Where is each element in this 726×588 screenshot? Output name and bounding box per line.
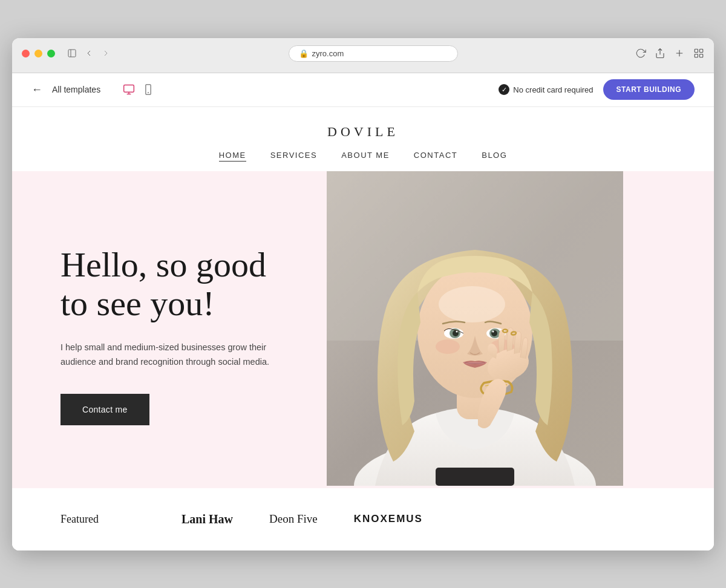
minimize-button[interactable]	[34, 50, 42, 57]
address-bar[interactable]: 🔒 zyro.com	[116, 45, 630, 62]
svg-rect-0	[68, 50, 76, 57]
browser-tabs	[22, 68, 704, 73]
maximize-button[interactable]	[47, 50, 55, 57]
no-credit-label: ✓ No credit card required	[499, 84, 593, 95]
share-icon[interactable]	[655, 48, 666, 59]
sidebar-icon[interactable]	[67, 48, 77, 58]
site-nav: HOME SERVICES ABOUT ME CONTACT BLOG	[12, 151, 714, 171]
browser-titlebar: 🔒 zyro.com	[22, 45, 704, 62]
svg-rect-8	[700, 54, 703, 57]
url-text: zyro.com	[312, 49, 344, 58]
site-header: DOVILE HOME SERVICES ABOUT ME CONTACT BL…	[12, 107, 714, 171]
mobile-view-icon[interactable]	[142, 83, 155, 96]
browser-chrome: 🔒 zyro.com	[12, 38, 714, 73]
hero-title: Hello, so good to see you!	[60, 246, 290, 323]
brand-deon-five: Deon Five	[269, 512, 318, 526]
svg-rect-7	[695, 54, 698, 57]
svg-rect-9	[124, 85, 134, 93]
app-bar-right: ✓ No credit card required START BUILDING	[499, 79, 695, 100]
hero-portrait-svg	[327, 171, 623, 486]
start-building-button[interactable]: START BUILDING	[603, 79, 695, 100]
hero-content: Hello, so good to see you! I help small …	[12, 171, 327, 488]
browser-window: 🔒 zyro.com ← All templates	[12, 38, 714, 550]
nav-home[interactable]: HOME	[219, 151, 246, 162]
refresh-icon[interactable]	[635, 48, 646, 59]
svg-rect-5	[695, 49, 698, 52]
nav-about[interactable]: ABOUT ME	[341, 151, 390, 162]
back-icon[interactable]	[84, 48, 94, 58]
close-button[interactable]	[22, 50, 30, 57]
brand-knoxemus: KNOXEMUS	[354, 513, 423, 525]
nav-services[interactable]: SERVICES	[270, 151, 318, 162]
website-preview: DOVILE HOME SERVICES ABOUT ME CONTACT BL…	[12, 107, 714, 550]
check-icon: ✓	[499, 84, 509, 95]
svg-point-27	[491, 330, 497, 336]
brand-lani-haw: Lani Haw	[182, 512, 233, 526]
svg-rect-34	[436, 468, 514, 486]
back-arrow[interactable]: ←	[31, 83, 42, 96]
lock-icon: 🔒	[299, 49, 309, 58]
featured-label: Featured	[60, 513, 157, 526]
svg-point-23	[453, 330, 459, 336]
desktop-view-icon[interactable]	[122, 83, 136, 96]
svg-point-29	[436, 339, 460, 354]
browser-nav-controls	[67, 48, 111, 58]
nav-contact[interactable]: CONTACT	[414, 151, 457, 162]
hero-section: Hello, so good to see you! I help small …	[12, 171, 714, 488]
svg-point-20	[439, 286, 505, 322]
forward-icon[interactable]	[101, 48, 111, 58]
nav-blog[interactable]: BLOG	[482, 151, 507, 162]
view-icons	[122, 83, 155, 96]
hero-subtitle: I help small and medium-sized businesses…	[60, 340, 284, 370]
windows-icon[interactable]	[693, 48, 704, 59]
app-bar-left: ← All templates	[31, 83, 155, 96]
site-logo: DOVILE	[12, 124, 714, 140]
svg-rect-6	[700, 49, 703, 52]
new-tab-icon[interactable]	[674, 48, 685, 59]
all-templates-link[interactable]: All templates	[52, 85, 100, 94]
featured-section: Featured Lani Haw Deon Five KNOXEMUS	[12, 488, 714, 550]
brand-logos: Lani Haw Deon Five KNOXEMUS	[157, 512, 666, 526]
svg-point-28	[492, 330, 494, 332]
browser-right-controls	[635, 48, 704, 59]
app-bar: ← All templates	[12, 73, 714, 107]
contact-me-button[interactable]: Contact me	[60, 394, 149, 425]
hero-image	[327, 171, 623, 488]
